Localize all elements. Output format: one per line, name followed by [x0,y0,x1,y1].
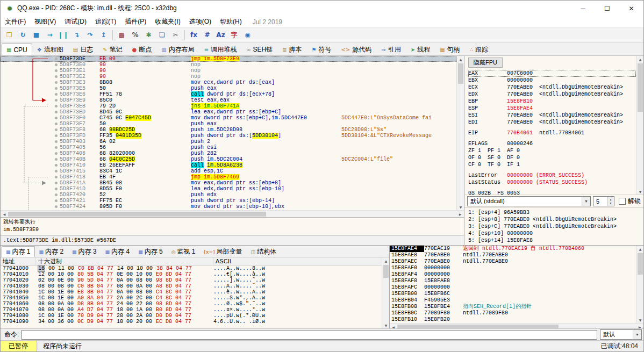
tab-source[interactable]: <>源代码 [337,44,377,55]
disasm-row[interactable]: 5D8F73E190nop [1,68,456,74]
breakpoint-dot-cell[interactable] [52,204,60,210]
argument-row[interactable]: 1: [esp+4] 96A59BB3 [468,209,640,216]
tab-cpu[interactable]: ▦CPU [2,44,32,55]
dump-row[interactable]: 7704109034 00 36 000C D9 04 7718 00 20 0… [1,319,382,325]
disasm-hscrollbar[interactable]: ◀ ▶ [1,210,464,217]
breakpoint-dot-cell[interactable] [52,91,60,97]
breakpoint-dot-cell[interactable] [52,198,60,204]
disasm-row[interactable]: 5D8F7410E8 26EEFAFFcall im.5D8A623B [1,162,456,168]
cjk-font-icon[interactable]: 字 [227,29,241,41]
step-into-icon[interactable]: ↴ [70,29,83,41]
close-button[interactable]: ✕ [619,1,643,16]
stack-row[interactable]: 15E8FAE8770EABE0ntdll.770EABE0 [390,252,636,258]
calling-convention-select[interactable]: 默认 (stdcall) ▼ [467,196,591,206]
spinner-arrows-icon[interactable]: ▲▼ [607,197,614,206]
tab-trace[interactable]: ∴跟踪 [465,44,493,55]
argument-row[interactable]: 3: [esp+C] 770EABE0 <ntdll.DbgUiRemoteBr… [468,223,640,230]
breakpoint-dot-cell[interactable] [52,121,60,127]
stack-row[interactable]: 15E8FAFC00000000 [390,284,636,291]
disasm-row[interactable]: 5D8F73E985C0test eax,eax [1,97,456,103]
scroll-down-arrow[interactable]: ▼ [636,188,643,195]
patches-icon[interactable]: ▩ [115,29,128,41]
stack-row[interactable]: 15E8FAF000000000 [390,265,636,271]
disasm-row[interactable]: 5D8F7424895D F0mov dword ptr ss:[ebp-10]… [1,204,456,210]
hash-icon[interactable]: # [201,29,214,41]
scroll-thumb[interactable] [458,63,463,84]
disasm-row[interactable]: 5D8F73E550push eax [1,85,456,91]
stack-hscrollbar[interactable]: ◀ ▶ [390,323,643,328]
breakpoint-dot-cell[interactable] [52,68,60,74]
breakpoint-dot-cell[interactable] [52,109,60,115]
scroll-thumb[interactable] [397,325,559,328]
stack-row[interactable]: 15E8FAF400000000 [390,271,636,278]
breakpoint-dot-cell[interactable] [52,97,60,103]
tab-handles[interactable]: ▦句柄 [435,44,464,55]
breakpoint-dot-cell[interactable] [52,80,60,85]
breakpoint-dot-cell[interactable] [52,186,60,192]
disasm-row[interactable]: 5D8F73EB79 2Djns im.5D8F741A [1,103,456,109]
hide-fpu-button[interactable]: 隐藏FPU [468,58,503,68]
fx-icon[interactable]: fx [187,29,201,41]
maximize-button[interactable]: ☐ [595,1,619,16]
topmost-icon[interactable]: ❏ [155,29,169,41]
stack-row[interactable]: 15E8FB0815E8FBE4指向SEH_Record[1]的指针 [390,304,636,310]
dump-header-ascii[interactable]: ASCII [213,257,382,265]
breakpoint-dot-cell[interactable] [52,174,60,180]
register-ecx[interactable]: ECX770EABE0<ntdll.DbgUiRemoteBreakin> [468,84,636,91]
argument-row[interactable]: 2: [esp+8] 770EABE0 <ntdll.DbgUiRemoteBr… [468,216,640,223]
register-ebp[interactable]: EBP15E8FB10 [468,98,636,105]
disasm-row[interactable]: 5D8F73E6FF51 78call dword ptr ds:[ecx+78… [1,91,456,97]
tab-threads[interactable]: ➤线程 [406,44,435,55]
disasm-row[interactable]: 5D8F73F0C745 0C E047C45Dmov dword ptr ss… [1,115,456,121]
tab-dump1[interactable]: ▦内存 1 [2,246,35,257]
breakpoint-dot-cell[interactable] [52,180,60,186]
register-laststatus[interactable]: LastStatus00000000 (STATUS_SUCCESS) [468,179,636,186]
stack-row[interactable]: 15E8FAE4770EAC19返回到 ntdll.770EAC19 自 ntd… [390,246,636,252]
stack-rows[interactable]: 15E8FAE4770EAC19返回到 ntdll.770EAC19 自 ntd… [390,246,636,323]
disasm-row[interactable]: 5D8F73E290nop [1,74,456,80]
disasm-row[interactable]: 5D8F74036A 02push 2 [1,139,456,145]
menu-options[interactable]: 选项(O) [185,16,216,27]
dump-row[interactable]: 7704106008 00 0A 00D8 8B 04 7724 00 22 0… [1,301,382,307]
tab-dump5[interactable]: ▦内存 5 [134,246,167,257]
breakpoint-dot-cell[interactable] [52,115,60,121]
disasm-row[interactable]: 5D8F73F868 98BDC25Dpush im.5DC28D985DC28… [1,127,456,133]
registers-view[interactable]: 隐藏FPU EAX007C6000EBX00000000ECX770EABE0<… [464,56,643,195]
dump-vscrollbar[interactable]: ▲ ▼ [382,257,389,328]
dump-row[interactable]: 770410501C 00 1E 00A0 8A 04 772A 00 2C 0… [1,295,382,301]
tab-struct[interactable]: ◫结构体 [246,246,281,257]
preferences-icon[interactable]: ✱ [142,29,155,41]
scroll-up-arrow[interactable]: ▲ [457,56,464,62]
arguments-list[interactable]: 1: [esp+4] 96A59BB32: [esp+8] 770EABE0 <… [464,207,643,245]
tab-references[interactable]: ⇒引用 [376,44,405,55]
dump-view[interactable]: 地址 十六进制 ASCII 770410001600 11 00C0 8B 04… [1,257,382,328]
scroll-down-arrow[interactable]: ▼ [457,204,464,210]
scroll-down-arrow[interactable]: ▼ [636,317,643,323]
disasm-row[interactable]: 5D8F73F750push eax [1,121,456,127]
register-eflags[interactable]: EFLAGS00000246 [468,140,636,147]
scroll-down-arrow[interactable]: ▼ [382,322,390,328]
menu-help[interactable]: 帮助(H) [216,16,246,27]
register-eax[interactable]: EAX007C6000 [468,70,636,77]
tab-call-stack[interactable]: ≡调用堆栈 [199,44,241,55]
dump-row[interactable]: 7704103008 00 08 00C0 8B 04 7708 00 0A 0… [1,283,382,289]
disasm-row[interactable]: 5D8F73ED8D45 0Clea eax,dword ptr ss:[ebp… [1,109,456,115]
argument-row[interactable]: 4: [esp+10] 00000000 [468,230,640,237]
tab-memory-map[interactable]: ▥内存布局 [156,44,199,55]
pause-icon[interactable]: ❙❙ [56,29,70,41]
breakpoint-dot-cell[interactable] [52,145,60,150]
disasm-row[interactable]: 5D8F740556push esi [1,145,456,150]
disasm-row[interactable]: 5D8F741D8D55 F0lea edx,dword ptr ss:[ebp… [1,186,456,192]
command-input[interactable] [22,330,597,340]
disasm-row[interactable]: 5D8F73FDFF35 0481D35Dpush dword ptr ds:[… [1,133,456,139]
disasm-row[interactable]: 5D8F73E38B08mov ecx,dword ptr ds:[eax] [1,80,456,85]
tab-notes[interactable]: ✎笔记 [98,44,127,55]
menu-file[interactable]: 文件(F) [1,16,30,27]
disasm-row[interactable]: 5D8F741A8B45 08mov eax,dword ptr ss:[ebp… [1,180,456,186]
scroll-left-arrow[interactable]: ◀ [1,211,8,217]
register-lasterror[interactable]: LastError00000000 (ERROR_SUCCESS) [468,172,636,179]
minimize-button[interactable]: ─ [571,1,595,16]
breakpoint-dot-cell[interactable] [52,162,60,168]
dump-row[interactable]: 7704107008 00 0A 00A4 D7 04 7718 00 1A 0… [1,307,382,313]
tab-dump3[interactable]: ▦内存 3 [68,246,101,257]
